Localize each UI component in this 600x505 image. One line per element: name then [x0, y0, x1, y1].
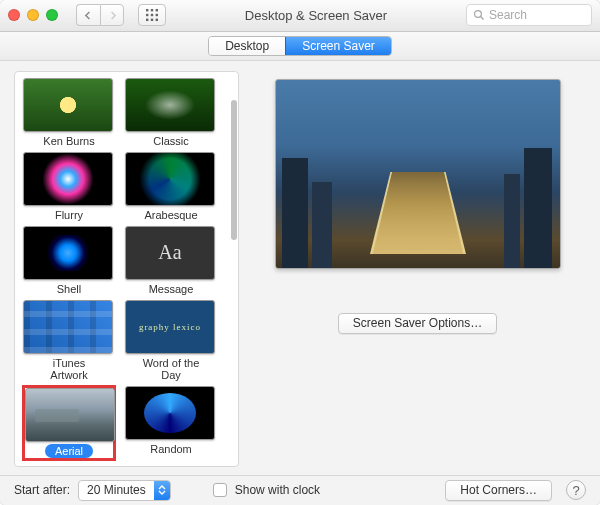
- stepper-arrows-icon: [154, 481, 170, 500]
- tab-screen-saver[interactable]: Screen Saver: [285, 37, 391, 55]
- saver-shell[interactable]: Shell: [23, 226, 115, 296]
- saver-classic[interactable]: Classic: [125, 78, 217, 148]
- zoom-icon[interactable]: [46, 9, 58, 21]
- search-icon: [473, 9, 485, 21]
- scrollbar[interactable]: [231, 100, 237, 240]
- saver-itunes-artwork[interactable]: iTunes Artwork: [23, 300, 115, 382]
- saver-message[interactable]: Aa Message: [125, 226, 217, 296]
- saver-thumb: [125, 78, 215, 132]
- start-after-label: Start after:: [14, 483, 70, 497]
- close-icon[interactable]: [8, 9, 20, 21]
- content-area: Ken Burns Classic Flurry Arabesque Shell: [0, 61, 600, 475]
- titlebar: Desktop & Screen Saver Search: [0, 0, 600, 32]
- start-after-select[interactable]: 20 Minutes: [78, 480, 171, 501]
- saver-thumb: graphy lexico: [125, 300, 215, 354]
- search-input[interactable]: Search: [466, 4, 592, 26]
- saver-aerial[interactable]: Aerial: [23, 386, 115, 460]
- saver-label: iTunes Artwork: [23, 356, 115, 382]
- svg-rect-2: [156, 9, 158, 11]
- svg-rect-4: [151, 14, 153, 16]
- svg-line-10: [481, 17, 484, 20]
- saver-word-of-the-day[interactable]: graphy lexico Word of the Day: [125, 300, 217, 382]
- saver-label: Shell: [47, 282, 91, 296]
- start-after-value: 20 Minutes: [79, 483, 154, 497]
- saver-label: Message: [139, 282, 204, 296]
- screensaver-list[interactable]: Ken Burns Classic Flurry Arabesque Shell: [14, 71, 239, 467]
- preferences-window: Desktop & Screen Saver Search Desktop Sc…: [0, 0, 600, 505]
- svg-rect-1: [151, 9, 153, 11]
- tab-segmented-control: Desktop Screen Saver: [208, 36, 392, 56]
- saver-label: Random: [140, 442, 202, 456]
- window-title: Desktop & Screen Saver: [172, 8, 460, 23]
- svg-rect-3: [146, 14, 148, 16]
- svg-rect-0: [146, 9, 148, 11]
- screensaver-preview[interactable]: [275, 79, 561, 269]
- svg-point-9: [475, 11, 482, 18]
- saver-thumb: Aa: [125, 226, 215, 280]
- screen-saver-options-button[interactable]: Screen Saver Options…: [338, 313, 497, 334]
- saver-label: Arabesque: [134, 208, 207, 222]
- minimize-icon[interactable]: [27, 9, 39, 21]
- saver-flurry[interactable]: Flurry: [23, 152, 115, 222]
- svg-rect-6: [146, 19, 148, 21]
- traffic-lights: [8, 9, 58, 21]
- svg-rect-7: [151, 19, 153, 21]
- saver-label: Classic: [143, 134, 198, 148]
- svg-rect-8: [156, 19, 158, 21]
- show-with-clock-checkbox[interactable]: [213, 483, 227, 497]
- tab-row: Desktop Screen Saver: [0, 32, 600, 61]
- saver-thumb: [23, 226, 113, 280]
- saver-thumb: [125, 152, 215, 206]
- saver-thumb: [23, 78, 113, 132]
- help-button[interactable]: ?: [566, 480, 586, 500]
- show-with-clock-label: Show with clock: [235, 483, 320, 497]
- back-button[interactable]: [76, 4, 100, 26]
- saver-label: Ken Burns: [33, 134, 104, 148]
- saver-label: Word of the Day: [125, 356, 217, 382]
- show-all-button[interactable]: [138, 4, 166, 26]
- search-placeholder: Search: [489, 8, 527, 22]
- saver-thumb: [25, 388, 115, 442]
- saver-label: Flurry: [45, 208, 93, 222]
- saver-thumb: [23, 152, 113, 206]
- preview-panel: Screen Saver Options…: [249, 71, 586, 467]
- saver-random[interactable]: Random: [125, 386, 217, 460]
- tab-desktop[interactable]: Desktop: [209, 37, 285, 55]
- saver-thumb: [125, 386, 215, 440]
- saver-arabesque[interactable]: Arabesque: [125, 152, 217, 222]
- saver-thumb: [23, 300, 113, 354]
- hot-corners-button[interactable]: Hot Corners…: [445, 480, 552, 501]
- bottom-bar: Start after: 20 Minutes Show with clock …: [0, 475, 600, 505]
- nav-buttons: [76, 4, 124, 26]
- saver-ken-burns[interactable]: Ken Burns: [23, 78, 115, 148]
- forward-button[interactable]: [100, 4, 124, 26]
- svg-rect-5: [156, 14, 158, 16]
- saver-label: Aerial: [45, 444, 93, 458]
